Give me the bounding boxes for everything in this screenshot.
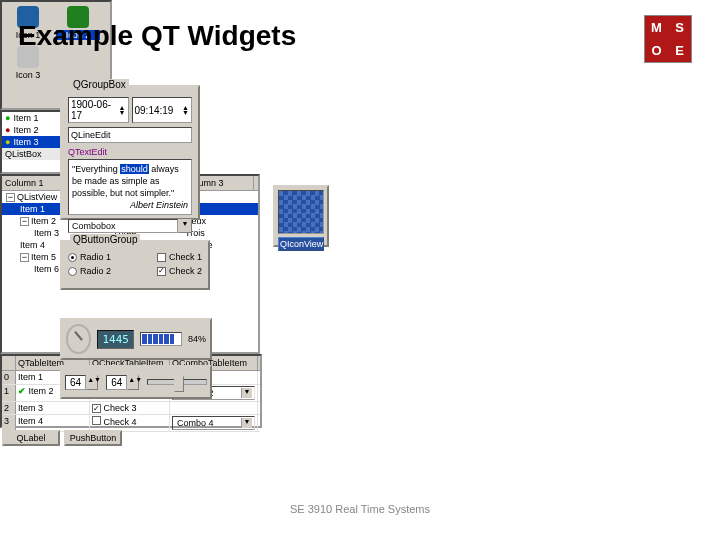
slide-title: Example QT Widgets (18, 20, 296, 52)
spinbox-2[interactable]: 64▲▼ (106, 375, 139, 390)
combobox[interactable]: Combobox ▼ (68, 219, 192, 233)
spinbox-1[interactable]: 64▲▼ (65, 375, 98, 390)
row-num: 2 (2, 402, 16, 414)
check-cell[interactable]: Check 4 (90, 415, 170, 431)
spin-value: 64 (65, 375, 86, 390)
table-cell[interactable]: Item 4 (16, 415, 90, 431)
label-widget: QLabel (2, 430, 60, 446)
green-dot-icon: ● (5, 113, 10, 123)
table-corner (2, 356, 16, 370)
list-item-label: Item 2 (13, 125, 38, 135)
time-value: 09:14:19 (135, 105, 174, 116)
check-label: Check 4 (104, 417, 137, 427)
iconview-label-panel: QIconView (273, 185, 329, 247)
combo-cell[interactable]: Combo 4▼ (170, 415, 258, 431)
dial-widget[interactable] (66, 324, 91, 354)
logo-letter: O (645, 39, 668, 62)
radio-icon (68, 267, 77, 276)
check-2-label: Check 2 (169, 266, 202, 276)
spin-value: 64 (106, 375, 127, 390)
logo-letter: E (668, 39, 691, 62)
radio-2-label: Radio 2 (80, 266, 111, 276)
row-num: 0 (2, 371, 16, 384)
tree-cell: Item 1 (20, 204, 45, 214)
date-input[interactable]: 1900-06-17▲▼ (68, 97, 129, 123)
msoe-logo: M S O E (644, 15, 692, 63)
push-button[interactable]: PushButton (64, 430, 122, 446)
logo-letter: M (645, 16, 668, 39)
text-selection: should (120, 164, 149, 174)
row-num: 3 (2, 415, 16, 431)
stepper-arrows-icon[interactable]: ▲▼ (86, 375, 98, 390)
checker-canvas (278, 190, 324, 234)
buttongroup-title: QButtonGroup (70, 234, 140, 245)
radio-icon (68, 253, 77, 262)
yellow-dot-icon: ● (5, 137, 10, 147)
stepper-arrows-icon[interactable]: ▲▼ (182, 105, 189, 115)
date-value: 1900-06-17 (71, 99, 119, 121)
check-label: Check 3 (104, 403, 137, 413)
text-attribution: Albert Einstein (72, 199, 188, 211)
radio-1[interactable]: Radio 1 (68, 252, 111, 262)
buttongroup-panel: QButtonGroup Radio 1 Check 1 Radio 2 ✓Ch… (60, 240, 210, 290)
combo-value: Combo 4 (175, 418, 241, 428)
radio-1-label: Radio 1 (80, 252, 111, 262)
table-cell[interactable]: Item 3 (16, 402, 90, 414)
groupbox-title: QGroupBox (70, 79, 129, 90)
tree-cell: QListView (17, 192, 57, 202)
check-2[interactable]: ✓Check 2 (157, 266, 202, 276)
chevron-down-icon[interactable]: ▼ (178, 219, 192, 233)
slider[interactable] (147, 379, 207, 385)
iconview-button[interactable]: QIconView (278, 237, 324, 251)
checkbox-icon (157, 253, 166, 262)
combo-cell[interactable] (170, 402, 258, 414)
knobs-panel: 64▲▼ 64▲▼ (60, 365, 212, 399)
row-num: 1 (2, 385, 16, 401)
icon-label: Icon 3 (6, 70, 50, 80)
tree-cell: Item 2 (31, 216, 56, 226)
checkbox-icon (92, 416, 101, 425)
logo-letter: S (668, 16, 691, 39)
progress-bar (140, 332, 182, 346)
text-edit[interactable]: "Everything should always be made as sim… (68, 159, 192, 215)
tree-cell: Item 3 (34, 228, 59, 238)
combobox-value: Combobox (68, 219, 178, 233)
list-item-label: QListBox (5, 149, 42, 159)
cell-label: Item 2 (29, 386, 54, 396)
red-dot-icon: ● (5, 125, 10, 135)
tree-cell: Trois (182, 227, 254, 239)
list-item-label: Item 3 (13, 137, 38, 147)
time-input[interactable]: 09:14:19▲▼ (132, 97, 193, 123)
check-1-label: Check 1 (169, 252, 202, 262)
groupbox-panel: QGroupBox 1900-06-17▲▼ 09:14:19▲▼ QLineE… (60, 85, 200, 220)
stepper-arrows-icon[interactable]: ▲▼ (127, 375, 139, 390)
buttons-panel: QLabel PushButton (0, 428, 124, 448)
chevron-down-icon[interactable]: ▼ (241, 418, 252, 428)
radio-2[interactable]: Radio 2 (68, 266, 111, 276)
progress-pct: 84% (188, 334, 206, 344)
collapse-icon[interactable]: − (20, 253, 29, 262)
tree-cell: Item 6 (34, 264, 59, 274)
checkbox-icon: ✓ (92, 404, 101, 413)
lcd-display: 1445 (97, 330, 134, 349)
tree-cell: Item 4 (20, 240, 45, 250)
collapse-icon[interactable]: − (20, 217, 29, 226)
check-1[interactable]: Check 1 (157, 252, 202, 262)
text-pre: "Everything (72, 164, 118, 174)
stepper-arrows-icon[interactable]: ▲▼ (119, 105, 126, 115)
table-row[interactable]: 2Item 3✓ Check 3 (2, 402, 260, 415)
text-edit-label: QTextEdit (68, 147, 192, 157)
gauges-panel: 1445 84% (60, 318, 212, 360)
tree-cell: Item 5 (31, 252, 56, 262)
line-edit[interactable]: QLineEdit (68, 127, 192, 143)
checkbox-icon: ✓ (157, 267, 166, 276)
footer: SE 3910 Real Time Systems (0, 503, 720, 515)
check-icon: ✔ (18, 386, 26, 396)
check-cell[interactable]: ✓ Check 3 (90, 402, 170, 414)
collapse-icon[interactable]: − (6, 193, 15, 202)
list-item-label: Item 1 (13, 113, 38, 123)
chevron-down-icon[interactable]: ▼ (241, 388, 252, 398)
